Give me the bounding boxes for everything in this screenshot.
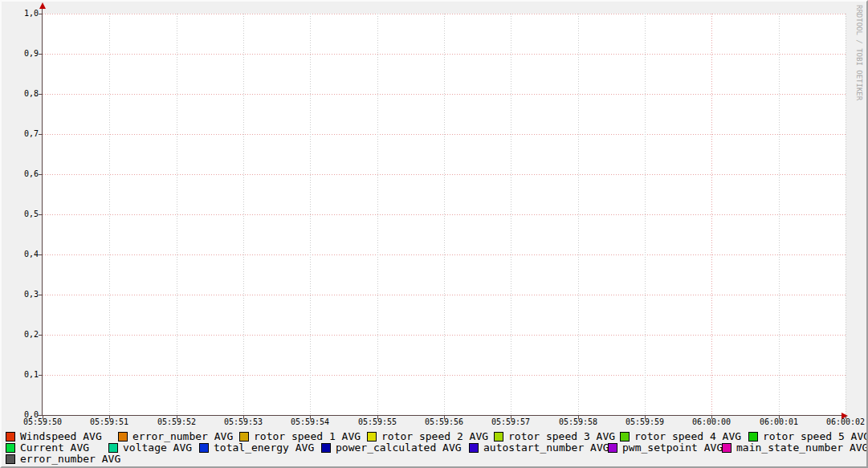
legend-swatch-icon <box>494 432 503 442</box>
y-tick-label: 1,0 <box>10 9 39 18</box>
x-tick-label: 05:59:59 <box>621 417 669 427</box>
y-tick <box>39 54 43 55</box>
y-tick <box>39 254 43 255</box>
y-tick-label: 0,5 <box>10 210 39 219</box>
x-tick-label: 05:59:54 <box>286 417 334 427</box>
legend-swatch-icon <box>367 432 377 442</box>
v-gridline <box>779 14 780 415</box>
legend-item: error_number AVG <box>118 431 233 442</box>
y-tick-label: 0,6 <box>10 169 39 179</box>
legend-item: rotor speed 4 AVG <box>620 431 741 442</box>
y-tick <box>39 375 43 376</box>
v-gridline <box>177 14 177 415</box>
legend-label: error_number AVG <box>132 431 233 442</box>
legend-label: rotor speed 4 AVG <box>634 431 741 442</box>
x-tick-label: 05:59:55 <box>353 417 401 427</box>
x-tick-label: 05:59:57 <box>487 417 535 427</box>
legend-swatch-icon <box>199 443 209 453</box>
y-tick-label: 0,2 <box>10 330 39 340</box>
legend-swatch-icon <box>118 432 128 442</box>
legend-item: total_energy AVG <box>199 442 314 453</box>
y-tick <box>39 134 43 135</box>
legend-swatch-icon <box>239 432 249 442</box>
legend-item: rotor speed 3 AVG <box>494 431 615 442</box>
legend-label: rotor speed 3 AVG <box>508 431 615 442</box>
x-tick-label: 05:59:53 <box>219 417 267 427</box>
y-tick <box>39 94 43 95</box>
legend-swatch-icon <box>108 443 118 453</box>
legend-swatch-icon <box>6 432 15 442</box>
legend-label: error_number AVG <box>20 454 120 464</box>
y-tick <box>39 14 43 14</box>
legend-item: rotor speed 1 AVG <box>239 431 361 442</box>
v-gridline <box>511 14 511 415</box>
legend-label: Current AVG <box>20 442 89 453</box>
y-tick-label: 0,9 <box>10 49 39 59</box>
v-gridline <box>109 14 110 415</box>
legend-swatch-icon <box>6 454 15 464</box>
rrdtool-watermark: RRDTOOL / TOBI OETIKER <box>855 5 863 100</box>
legend-swatch-icon <box>469 443 479 453</box>
x-tick-label: 05:59:56 <box>420 417 468 427</box>
legend-item: Current AVG <box>6 442 89 453</box>
legend-item: main_state_number AVG <box>722 442 868 453</box>
legend-item: rotor speed 5 AVG <box>748 431 868 442</box>
legend-swatch-icon <box>722 443 731 453</box>
x-tick-label: 06:00:01 <box>755 417 803 427</box>
legend-swatch-icon <box>321 443 331 453</box>
y-axis-line <box>42 6 43 415</box>
x-tick-label: 05:59:58 <box>554 417 602 427</box>
v-gridline <box>711 14 712 415</box>
v-gridline <box>310 14 311 415</box>
y-tick <box>39 214 43 215</box>
legend-label: rotor speed 2 AVG <box>381 431 488 442</box>
x-tick-label: 05:59:50 <box>18 417 67 427</box>
legend-label: pwm_setpoint AVG <box>622 442 723 453</box>
x-tick-label: 06:00:02 <box>821 417 868 427</box>
y-tick-label: 0,8 <box>10 89 39 99</box>
y-tick <box>39 174 43 175</box>
x-tick-label: 06:00:00 <box>687 417 736 427</box>
y-tick <box>39 295 43 295</box>
y-tick-label: 0,7 <box>10 129 39 139</box>
v-gridline <box>377 14 378 415</box>
v-gridline <box>444 14 445 415</box>
v-gridline <box>846 14 846 415</box>
rrdtool-graph: 1,00,90,80,70,60,50,40,30,20,10,005:59:5… <box>0 0 868 468</box>
legend-item: pwm_setpoint AVG <box>608 442 723 453</box>
x-tick-label: 05:59:52 <box>153 417 201 427</box>
legend-item: error_number AVG <box>6 454 120 464</box>
y-axis-arrow-icon <box>39 2 46 9</box>
y-tick <box>39 335 43 336</box>
legend-swatch-icon <box>608 443 617 453</box>
legend-swatch-icon <box>748 432 758 442</box>
legend-item: voltage AVG <box>108 442 192 453</box>
legend-label: total_energy AVG <box>214 442 314 453</box>
y-tick-label: 0,4 <box>10 250 39 259</box>
legend-label: power_calculated AVG <box>336 442 462 453</box>
legend-item: autostart_number AVG <box>469 442 609 453</box>
x-axis-line <box>38 415 846 416</box>
legend-item: power_calculated AVG <box>321 442 462 453</box>
legend-label: autostart_number AVG <box>483 442 609 453</box>
legend-label: main_state_number AVG <box>736 442 868 453</box>
v-gridline <box>578 14 579 415</box>
legend-label: rotor speed 1 AVG <box>254 431 361 442</box>
y-tick-label: 0,1 <box>10 370 39 380</box>
legend-swatch-icon <box>6 443 15 453</box>
legend-item: rotor speed 2 AVG <box>367 431 488 442</box>
legend-label: voltage AVG <box>123 442 192 453</box>
x-tick-label: 05:59:51 <box>85 417 133 427</box>
legend-item: Windspeed AVG <box>6 431 102 442</box>
v-gridline <box>645 14 646 415</box>
legend-label: rotor speed 5 AVG <box>763 431 868 442</box>
legend-swatch-icon <box>620 432 630 442</box>
y-tick-label: 0,3 <box>10 290 39 299</box>
v-gridline <box>243 14 244 415</box>
legend-label: Windspeed AVG <box>20 431 102 442</box>
